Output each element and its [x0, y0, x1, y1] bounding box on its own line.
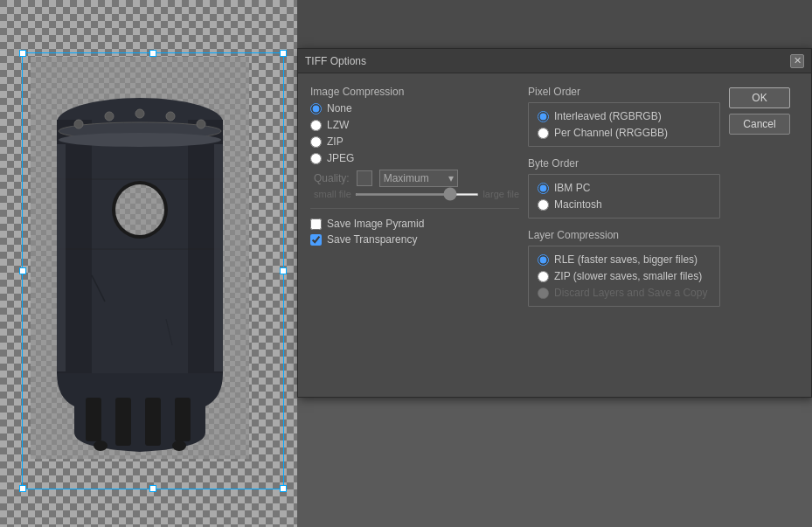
layer-comp-zip[interactable]: ZIP (slower saves, smaller files) — [538, 270, 711, 282]
layer-comp-zip-radio[interactable] — [538, 271, 549, 282]
svg-rect-30 — [57, 144, 66, 371]
svg-rect-24 — [86, 398, 101, 441]
image-compression-label: Image Compression — [310, 86, 519, 98]
layer-compression-label: Layer Compression — [528, 229, 720, 241]
byte-order-ibm-label: IBM PC — [554, 182, 590, 194]
drill-bit-shape — [57, 98, 223, 452]
ok-button[interactable]: OK — [729, 87, 790, 108]
compression-none-label: None — [327, 102, 352, 114]
buttons-panel: OK Cancel — [729, 86, 799, 385]
byte-order-mac-radio[interactable] — [538, 199, 549, 211]
compression-lzw-radio[interactable] — [310, 120, 322, 131]
quality-slider-row: small file large file — [310, 189, 519, 199]
pixel-order-per-channel[interactable]: Per Channel (RRGGBB) — [538, 127, 711, 139]
layer-comp-discard-radio — [538, 288, 549, 299]
compression-none[interactable]: None — [310, 102, 519, 114]
pixel-order-interleaved[interactable]: Interleaved (RGBRGB) — [538, 110, 711, 122]
compression-radio-group: None LZW ZIP JPEG — [310, 102, 519, 164]
pixel-order-section: Pixel Order Interleaved (RGBRGB) Per Cha… — [528, 86, 720, 154]
top-dark-area — [297, 0, 812, 48]
svg-rect-27 — [175, 398, 191, 441]
svg-point-18 — [166, 112, 175, 121]
byte-order-mac[interactable]: Macintosh — [538, 198, 711, 211]
byte-order-ibm-radio[interactable] — [538, 183, 549, 194]
compression-none-radio[interactable] — [310, 103, 322, 114]
svg-rect-31 — [214, 144, 223, 371]
quality-row: Quality: Maximum ▾ — [310, 170, 519, 187]
byte-order-section: Byte Order IBM PC Macintosh — [528, 157, 720, 225]
quality-dropdown[interactable]: Maximum ▾ — [379, 170, 458, 187]
svg-point-17 — [135, 109, 144, 118]
save-transparency-label: Save Transparency — [327, 233, 417, 246]
svg-rect-26 — [145, 398, 161, 446]
layer-comp-rle-label: RLE (faster saves, bigger files) — [554, 253, 697, 266]
quality-color-swatch[interactable] — [357, 170, 372, 186]
svg-point-19 — [197, 120, 205, 128]
byte-order-group: IBM PC Macintosh — [528, 174, 720, 218]
quality-label: Quality: — [314, 172, 350, 184]
layer-comp-discard: Discard Layers and Save a Copy — [538, 287, 711, 299]
svg-point-21 — [115, 184, 164, 235]
right-panel: Pixel Order Interleaved (RGBRGB) Per Cha… — [528, 86, 720, 385]
pixel-order-interleaved-radio[interactable] — [538, 111, 549, 122]
quality-dropdown-arrow: ▾ — [448, 172, 454, 184]
compression-jpeg[interactable]: JPEG — [310, 152, 519, 164]
close-button[interactable]: ✕ — [790, 54, 804, 68]
layer-comp-zip-label: ZIP (slower saves, smaller files) — [554, 270, 702, 282]
dialog-title: TIFF Options — [305, 55, 366, 67]
save-transparency-item[interactable]: Save Transparency — [310, 233, 519, 246]
byte-order-ibm[interactable]: IBM PC — [538, 182, 711, 194]
canvas-image — [31, 57, 249, 459]
tiff-options-dialog: TIFF Options ✕ Image Compression None LZ… — [297, 48, 812, 398]
layer-comp-rle[interactable]: RLE (faster saves, bigger files) — [538, 253, 711, 266]
dialog-titlebar: TIFF Options ✕ — [298, 49, 811, 73]
compression-zip-radio[interactable] — [310, 136, 322, 148]
svg-point-15 — [74, 120, 83, 128]
quality-slider[interactable] — [355, 193, 480, 196]
pixel-order-interleaved-label: Interleaved (RGBRGB) — [554, 110, 662, 122]
compression-jpeg-label: JPEG — [327, 152, 354, 164]
layer-comp-rle-radio[interactable] — [538, 254, 549, 266]
dialog-body: Image Compression None LZW ZIP — [298, 73, 811, 397]
compression-zip[interactable]: ZIP — [310, 135, 519, 148]
svg-point-16 — [105, 112, 114, 121]
compression-lzw[interactable]: LZW — [310, 119, 519, 131]
svg-point-14 — [59, 133, 221, 147]
compression-zip-label: ZIP — [327, 135, 344, 148]
compression-lzw-label: LZW — [327, 119, 349, 131]
pixel-order-label: Pixel Order — [528, 86, 720, 98]
image-compression-section: Image Compression None LZW ZIP — [310, 86, 519, 199]
byte-order-mac-label: Macintosh — [554, 198, 602, 211]
layer-compression-section: Layer Compression RLE (faster saves, big… — [528, 229, 720, 314]
save-transparency-checkbox[interactable] — [310, 234, 322, 246]
save-image-pyramid-item[interactable]: Save Image Pyramid — [310, 218, 519, 230]
slider-min-label: small file — [314, 189, 351, 199]
pixel-order-per-channel-label: Per Channel (RRGGBB) — [554, 127, 668, 139]
pixel-order-group: Interleaved (RGBRGB) Per Channel (RRGGBB… — [528, 102, 720, 147]
save-image-pyramid-label: Save Image Pyramid — [327, 218, 424, 230]
save-image-pyramid-checkbox[interactable] — [310, 218, 322, 230]
left-panel: Image Compression None LZW ZIP — [310, 86, 519, 385]
svg-point-29 — [172, 440, 186, 451]
pixel-order-per-channel-radio[interactable] — [538, 128, 549, 139]
cancel-button[interactable]: Cancel — [729, 114, 790, 135]
svg-rect-25 — [115, 398, 131, 446]
svg-point-28 — [94, 440, 108, 451]
quality-dropdown-value: Maximum — [384, 172, 429, 184]
byte-order-label: Byte Order — [528, 157, 720, 170]
layer-comp-discard-label: Discard Layers and Save a Copy — [554, 287, 707, 299]
compression-jpeg-radio[interactable] — [310, 153, 322, 164]
slider-max-label: large file — [482, 189, 519, 199]
separator-1 — [310, 208, 519, 209]
layer-compression-group: RLE (faster saves, bigger files) ZIP (sl… — [528, 246, 720, 307]
